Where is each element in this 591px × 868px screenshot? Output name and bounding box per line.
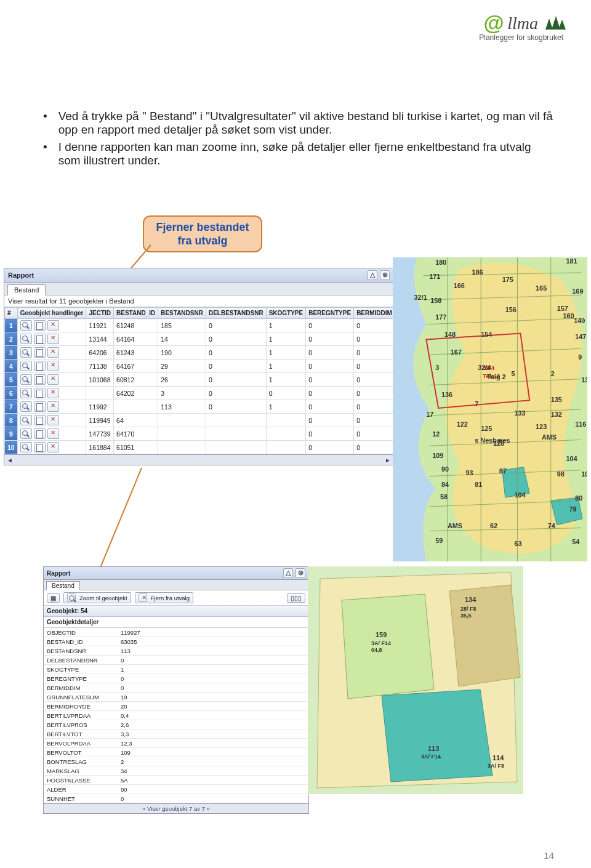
cell: 0	[206, 400, 266, 414]
minimize-icon[interactable]: △	[283, 568, 293, 578]
table-row[interactable]: 8119949640026	[5, 414, 435, 427]
table-row[interactable]: 2131446416414010019	[5, 332, 435, 346]
detail-icon[interactable]	[34, 442, 46, 452]
scroll-bar[interactable]: ◄►	[4, 454, 393, 465]
cell: 0	[354, 319, 395, 332]
detail-icon[interactable]	[34, 334, 46, 344]
detail-icon[interactable]	[34, 347, 46, 358]
grid-toggle-button[interactable]: ▦	[47, 593, 60, 603]
cell: 64170	[114, 427, 158, 441]
table-row[interactable]: 6642023000019	[5, 387, 435, 400]
remove-icon[interactable]	[47, 428, 59, 439]
cell: 71138	[86, 360, 114, 373]
remove-icon[interactable]	[47, 388, 59, 398]
svg-text:180: 180	[435, 259, 446, 266]
zoom-icon[interactable]	[20, 442, 32, 452]
zoom-icon[interactable]	[20, 428, 32, 439]
remove-icon[interactable]	[47, 320, 59, 331]
zoom-icon[interactable]	[20, 388, 32, 398]
table-row[interactable]: 4711386416729010020	[5, 360, 435, 373]
zoom-to-button[interactable]: Zoom til geoobjekt	[63, 592, 131, 603]
column-header[interactable]: DELBESTANDSNR	[206, 308, 266, 319]
remove-icon[interactable]	[47, 334, 59, 344]
zoom-icon[interactable]	[20, 415, 32, 425]
table-row[interactable]: 51010686081226010019	[5, 373, 435, 387]
detail-icon[interactable]	[34, 388, 46, 398]
zoom-icon[interactable]	[20, 347, 32, 358]
svg-text:149: 149	[574, 317, 585, 324]
remove-button[interactable]: Fjern fra utvalg	[135, 592, 193, 603]
field-value: 0,4	[118, 711, 308, 720]
zoom-icon[interactable]	[20, 361, 32, 371]
field-name: BERTILVPRDAA	[44, 711, 118, 720]
column-header[interactable]: BEREGNTYPE	[306, 308, 354, 319]
detail-icon[interactable]	[34, 320, 46, 331]
remove-icon[interactable]	[47, 361, 59, 371]
minimize-icon[interactable]: △	[368, 270, 377, 280]
map-detail[interactable]: 134 28/ F8 35,5 159 3A/ F14 04,8 113 3A/…	[308, 566, 523, 794]
table-row[interactable]: 9147739641700023	[5, 427, 435, 441]
detail-row: BEREGNTYPE0	[44, 674, 308, 683]
column-header[interactable]: Geoobjekt handlinger	[17, 308, 86, 319]
field-name: BERMIDHOYDE	[44, 702, 118, 711]
svg-text:79: 79	[569, 505, 576, 513]
remove-icon[interactable]	[47, 374, 59, 385]
row-number: 6	[5, 387, 18, 400]
cell: 29	[158, 360, 206, 373]
svg-text:159: 159	[376, 631, 387, 638]
field-value: 119927	[118, 628, 308, 637]
cell: 64	[114, 414, 158, 427]
svg-text:133: 133	[515, 409, 526, 417]
close-icon[interactable]: ⊗	[296, 568, 305, 578]
svg-text:109: 109	[432, 452, 443, 459]
svg-text:81: 81	[475, 481, 482, 488]
detail-icon[interactable]	[34, 415, 46, 425]
close-icon[interactable]: ⊗	[380, 270, 390, 280]
row-actions	[17, 332, 86, 346]
svg-text:148: 148	[444, 331, 456, 338]
svg-text:87: 87	[499, 467, 507, 475]
column-header[interactable]: BESTAND_ID	[114, 308, 158, 319]
remove-icon[interactable]	[47, 401, 59, 412]
table-row[interactable]: 36420661243190010021	[5, 346, 435, 360]
row-actions	[17, 346, 86, 360]
remove-icon[interactable]	[47, 415, 59, 425]
detail-icon[interactable]	[34, 361, 46, 371]
column-header[interactable]: BERMIDDIM	[354, 308, 395, 319]
svg-text:104: 104	[566, 455, 577, 462]
cell: 185	[158, 319, 206, 332]
detail-row: MARKSLAG34	[44, 766, 308, 776]
svg-text:84: 84	[441, 481, 449, 488]
zoom-icon[interactable]	[20, 401, 32, 412]
table-row[interactable]: 11192161248185010020	[5, 319, 435, 332]
column-header[interactable]: JECTID	[86, 308, 114, 319]
pager-button[interactable]: ▯▯▯	[287, 593, 305, 603]
cell: 0	[306, 427, 354, 441]
detail-pager[interactable]: « Viser geoobjekt 7 av 7 »	[44, 803, 308, 813]
column-header[interactable]: BESTANDSNR	[158, 308, 206, 319]
field-name: HOGSTKLASSE	[44, 776, 118, 785]
cell: 0	[306, 332, 354, 346]
detail-icon[interactable]	[34, 428, 46, 439]
table-row[interactable]: 10161884610510020	[5, 441, 435, 454]
zoom-icon[interactable]	[20, 374, 32, 385]
column-header[interactable]: SKOGTYPE	[266, 308, 306, 319]
svg-marker-1	[552, 16, 560, 30]
zoom-icon[interactable]	[20, 320, 32, 331]
row-number: 5	[5, 373, 18, 387]
remove-icon[interactable]	[47, 442, 59, 452]
remove-icon[interactable]	[47, 347, 59, 358]
row-number: 2	[5, 332, 18, 346]
zoom-icon[interactable]	[20, 334, 32, 344]
tab-bestand[interactable]: Bestand	[46, 581, 80, 590]
field-value: 20	[118, 702, 308, 711]
column-header[interactable]: #	[5, 308, 18, 319]
detail-toolbar: ▦ Zoom til geoobjekt Fjern fra utvalg ▯▯…	[44, 590, 308, 606]
detail-icon[interactable]	[34, 374, 46, 385]
map-overview[interactable]: 32/4 Teig 2 1801811711861751661651691583…	[393, 255, 587, 563]
detail-icon[interactable]	[34, 401, 46, 412]
table-row[interactable]: 711992113010019	[5, 400, 435, 414]
field-name: BERTILVPROS	[44, 720, 118, 729]
tab-bestand[interactable]: Bestand	[7, 284, 46, 295]
cell: 0	[306, 319, 354, 332]
